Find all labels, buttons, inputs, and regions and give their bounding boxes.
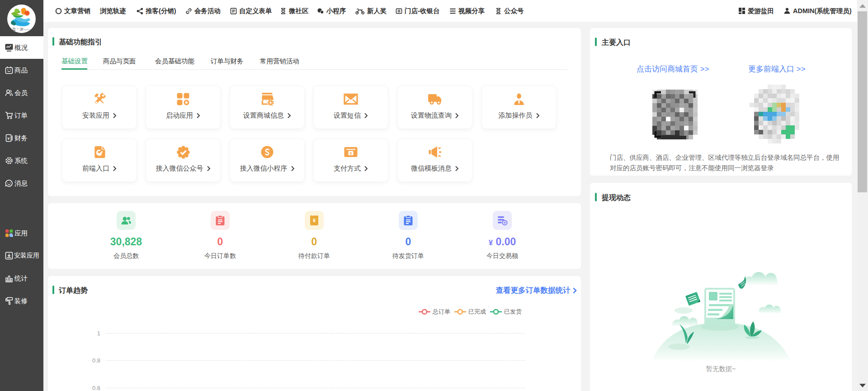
svg-text:¥: ¥: [7, 136, 10, 141]
svg-text:盐㇀游YanTou: 盐㇀游YanTou: [12, 27, 30, 31]
svg-text:¥: ¥: [313, 218, 316, 223]
svg-text:¥: ¥: [349, 151, 352, 156]
